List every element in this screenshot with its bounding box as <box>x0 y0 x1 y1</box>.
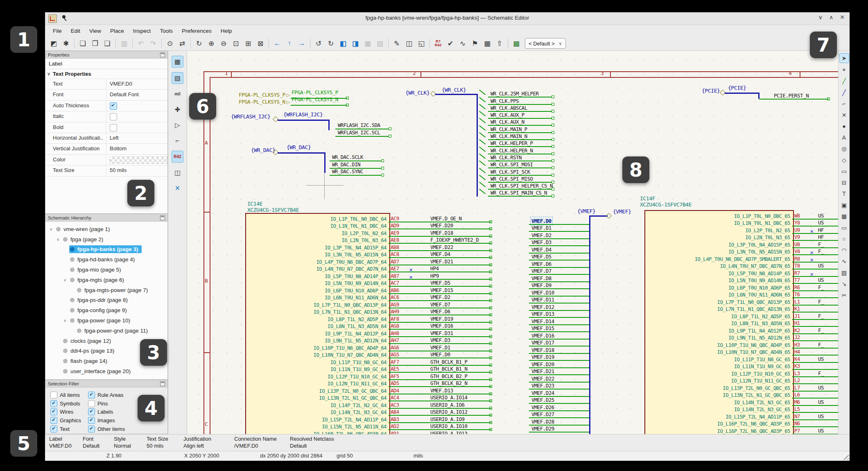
page-settings-button[interactable]: ❏ <box>77 38 88 49</box>
net-wire-row[interactable]: VMEF.D26 <box>529 404 589 412</box>
net-wire-row[interactable]: WR_CLK.SPI_MISO <box>484 176 554 183</box>
net-wire-row[interactable]: VMEF.D17 <box>529 340 589 347</box>
checkbox-icon[interactable] <box>50 417 57 424</box>
net-wire-row[interactable]: VMEF.D8 <box>529 275 589 283</box>
symbol-pin-row[interactable]: IO_L3N_T0L_N5_AD15N_65 V8 ✕ F_ <box>644 249 838 256</box>
ungroup-button[interactable]: ▧ <box>375 38 385 49</box>
net-wire-row[interactable]: WRFLASH_I2C.SCL <box>335 130 391 137</box>
checkbox-icon[interactable] <box>110 124 117 131</box>
toolbar-button[interactable] <box>269 38 269 48</box>
filter-checkbox[interactable]: All items <box>50 391 86 399</box>
bus-label[interactable]: {PCIE} <box>728 85 746 91</box>
units-mils-button[interactable]: mil <box>172 88 183 100</box>
symbol-pin-row[interactable]: IO_L5P_T0U_N8_AD14P_65 R7 ✕ <box>644 270 838 277</box>
net-wire-row[interactable]: WR_CLK.HELPER_N <box>484 147 554 154</box>
bus-label[interactable]: {VMEF} <box>613 208 631 215</box>
symbol-pin-row[interactable]: IO_L16P_T2L_N6_QBC_AD3P_64 AD1 ✕ USERIO_… <box>245 430 492 434</box>
checkbox-icon[interactable] <box>88 392 95 399</box>
net-wire-row[interactable]: VMEF.D4 <box>529 247 589 254</box>
image-tool[interactable]: ▨ <box>840 268 849 277</box>
symbol-pin-row[interactable]: IO_L7P_T1L_N0_QBC_AD13P_64 AG9 ✕ VMEF.D7 <box>245 301 492 309</box>
symbol-pin-row[interactable]: IO_L10N_T1U_N7_QBC_AD4N_65 H4 ✕ <box>644 349 838 356</box>
junction-tool[interactable]: ● <box>840 122 849 131</box>
symbol-pin-row[interactable]: IO_L13P_T2L_N0_GC_QBC_65 L7 ✕ US <box>644 385 838 392</box>
net-wire-row[interactable]: VMEF.D5 <box>529 254 589 261</box>
net-wire-row[interactable]: WR_CLK.AUX_P <box>484 112 554 119</box>
undo-button[interactable]: ↶ <box>136 38 146 49</box>
menu-item[interactable]: File <box>48 26 66 36</box>
net-wire-row[interactable]: VMEF.D13 <box>529 311 589 319</box>
symbol-pin-row[interactable]: IO_L8P_T1L_N2_AD5P_65 J1 ✕ F_ <box>644 313 838 320</box>
checkbox-icon[interactable] <box>50 408 57 415</box>
checkbox-icon[interactable] <box>50 392 57 399</box>
bus-label[interactable]: {WR_DAC} <box>287 144 311 150</box>
hierarchy-item[interactable]: ∨ fpga (page 2) <box>52 234 167 245</box>
hierarchy-item[interactable]: ∨ fpga-power-gnd (page 11) <box>66 326 167 336</box>
filter-checkbox[interactable]: Symbols <box>50 399 86 408</box>
bezier-tool[interactable]: ∿ <box>840 257 849 266</box>
checkbox-icon[interactable] <box>88 408 95 415</box>
arc-tool[interactable]: ◠ <box>840 246 849 255</box>
symbol-pin-row[interactable]: IO_L5N_T0U_N9_AD14N_64 AC7 ✕ VMEF.D5 <box>245 280 492 288</box>
grid-dots-toggle[interactable]: ▦ <box>172 56 183 68</box>
hierarchy-item[interactable]: ∨ fpga-power (page 10) <box>59 315 167 326</box>
symbol-pin-row[interactable]: IO_L14N_T2L_N3_GC_65 L5 ✕ <box>644 406 838 414</box>
text-tool[interactable]: T <box>840 189 849 198</box>
hidden-pins-toggle[interactable]: ▷ <box>172 120 183 131</box>
bus-label[interactable]: {WR_CLK} <box>442 87 466 93</box>
find-replace-button[interactable]: ⇄ <box>177 38 188 49</box>
net-wire-row[interactable]: VMEF.D19 <box>529 354 589 362</box>
plot-button[interactable]: ❑ <box>102 38 113 49</box>
symbol-pin-row[interactable]: IO_L6N_T0U_N11_AD6N_65 T6 ✕ <box>644 292 838 299</box>
symbol-pin-row[interactable]: IO_L14N_T2L_N3_GC_65 M6 ✕ US <box>644 399 838 406</box>
bus[interactable] <box>324 152 326 173</box>
annotate-refs-toggle[interactable]: R42 <box>172 151 183 163</box>
bus[interactable] <box>725 93 759 94</box>
net-wire-row[interactable]: VMEF.D27 <box>529 412 589 419</box>
net-wire-row[interactable]: WR_DAC.DIN <box>330 162 384 169</box>
symbol-pin-row[interactable]: IO_L15P_T2L_N4_AD11P_65 N7 ✕ US <box>644 413 838 421</box>
symbol-pin-row[interactable]: IO_L4P_T0U_N6_DBC_AD7P_SMBALERT_65 R8 ✕ <box>644 256 838 263</box>
nav-back-button[interactable]: ← <box>272 38 283 49</box>
symbol-pin-row[interactable]: IO_L8N_T1L_N3_AD5N_64 AG8 ✕ VMEF.D16 <box>245 323 492 331</box>
properties-panel-toggle[interactable]: ✕ <box>172 183 183 194</box>
symbol-pin-row[interactable]: IO_L4N_T0U_N7_DBC_AD7N_64 AE7 ✕ HP4 <box>245 266 492 273</box>
erc-button[interactable]: ✔ <box>445 38 456 49</box>
filter-checkbox[interactable]: Other items <box>88 425 167 433</box>
symbol-pin-row[interactable]: IO_L9N_T1L_N5_AD12N_65 J2 ✕ <box>644 335 838 342</box>
expand-arrow-icon[interactable]: ∨ <box>63 278 69 282</box>
symbol-pin-row[interactable]: IO_L13N_T2L_N1_GC_QBC_65 L6 ✕ <box>644 392 838 399</box>
symbol-pin-row[interactable]: IO_L14P_T2L_N2_GC_64 AC3 ✕ USERIO_A.IO6 <box>245 402 492 409</box>
grid-style-toggle[interactable]: ▧ <box>172 72 183 84</box>
simulator-button[interactable]: ∿ <box>457 38 468 49</box>
net-wire-row[interactable]: VMEF.D24 <box>529 390 589 397</box>
panel-undock-icon[interactable] <box>160 215 165 220</box>
net-wire-row[interactable]: WR_CLK.MAIN_N <box>484 134 554 140</box>
symbol-pin-row[interactable]: IO_L16P_T2L_N6_QBC_AD3P_65 P7 ✕ US <box>644 428 838 434</box>
net-wire-row[interactable]: VMEF.D18 <box>529 347 589 354</box>
symbol-pin-row[interactable]: IO_L3P_T0L_N4_AD15P_65 U8 ✕ F_ <box>644 241 838 249</box>
symbol-pin-row[interactable]: IO_L13P_T2L_N0_GC_QBC_64 AD4 ✕ VMEF.D13 <box>245 387 492 395</box>
toolbar-button[interactable] <box>310 38 310 48</box>
menu-item[interactable]: View <box>85 26 106 36</box>
symbol-pin-row[interactable]: IO_L10P_T1U_N6_QBC_AD4P_65 H3 ✕ F_ <box>644 342 838 349</box>
net-wire-row[interactable]: WR_DAC.SYNC <box>330 169 384 176</box>
net-wire-row[interactable]: WR_DAC.SCLK <box>330 155 384 162</box>
mirror-h-button[interactable]: ◧ <box>338 38 348 49</box>
filter-checkbox[interactable]: Text <box>50 425 86 433</box>
sheet-pin-tool[interactable]: ⊟ <box>840 178 849 187</box>
net-wire-row[interactable]: VMEF.D20 <box>529 361 589 369</box>
net-wire-row[interactable]: VMEF.D21 <box>529 369 589 376</box>
find-button[interactable]: ⊙ <box>165 38 175 49</box>
net-wire-row[interactable]: VMEF.D9 <box>529 283 589 290</box>
hierarchy-item[interactable]: ∨ fpga-mgts (page 6) <box>59 275 167 285</box>
bus-alias-label[interactable]: {WR_DAC} <box>251 147 275 153</box>
symbol-pin-row[interactable]: IO_L11N_T1U_N9_GC_65 K3 ✕ <box>644 363 838 371</box>
symbol-pin-row[interactable]: IO_L3P_T0L_N4_AD15P_64 AB8 ✕ VMEF.D22 <box>245 244 492 251</box>
expand-arrow-icon[interactable]: ∨ <box>63 318 69 323</box>
probe-button[interactable]: ⚑ <box>470 38 480 49</box>
minimize-button[interactable]: ∨ <box>818 14 823 20</box>
circle-tool[interactable]: ○ <box>840 234 849 243</box>
toolbar-button[interactable] <box>161 38 162 48</box>
bus[interactable] <box>328 120 330 130</box>
